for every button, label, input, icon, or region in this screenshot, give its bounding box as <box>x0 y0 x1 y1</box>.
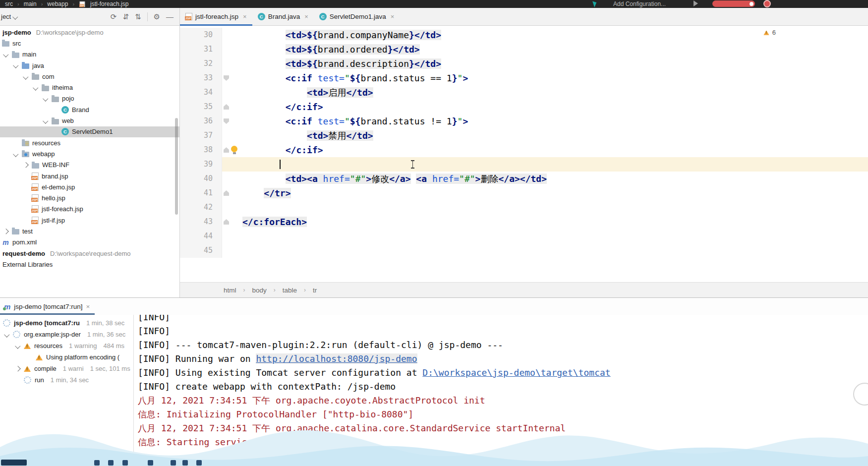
project-scrollbar-thumb[interactable] <box>175 118 178 215</box>
chevron-down-icon[interactable] <box>43 118 48 123</box>
code-line-43[interactable]: 43</c:forEach> <box>180 215 868 229</box>
run-tree-item-org.example-jsp-der[interactable]: org.example:jsp-der1 min, 36 sec <box>0 329 133 340</box>
tree-item-jsp-demo[interactable]: jsp-demoD:\workspace\jsp-demo <box>0 27 179 38</box>
fold-down-icon[interactable] <box>224 75 229 81</box>
tree-item-web-inf[interactable]: WEB-INF <box>0 160 179 171</box>
xml-breadcrumb-item[interactable]: tr <box>313 287 317 294</box>
code-token <box>411 174 416 184</box>
close-icon[interactable]: × <box>86 303 90 310</box>
tree-item-label: brand.jsp <box>42 173 68 180</box>
tree-item-itheima[interactable]: itheima <box>0 82 179 93</box>
run-tree-label: jsp-demo [tomcat7:ru <box>14 319 80 327</box>
tree-item-jstl-if.jsp[interactable]: JSPjstl-if.jsp <box>0 215 179 226</box>
tab-Brand.java[interactable]: CBrand.java× <box>252 8 314 25</box>
close-icon[interactable]: × <box>243 13 247 20</box>
run-play-icon[interactable] <box>694 0 698 6</box>
fold-up-icon[interactable] <box>224 219 229 225</box>
close-icon[interactable]: × <box>391 13 395 20</box>
chevron-right-icon[interactable] <box>3 229 8 234</box>
tree-item-brand.jsp[interactable]: JSPbrand.jsp <box>0 171 179 181</box>
chevron-down-icon[interactable] <box>3 52 8 57</box>
code-line-38[interactable]: 38 </c:if> <box>180 143 868 157</box>
refresh-icon[interactable]: ⟳ <box>111 12 117 21</box>
chevron-down-icon[interactable] <box>23 74 28 79</box>
chevron-right-icon[interactable] <box>23 162 28 168</box>
tree-item-servletdemo1[interactable]: CServletDemo1 <box>0 126 179 137</box>
run-tree-item-jsp-demo-tomcat7-ru[interactable]: jsp-demo [tomcat7:ru1 min, 38 sec <box>0 317 133 329</box>
xml-breadcrumb-item[interactable]: body <box>252 287 267 294</box>
chevron-down-icon[interactable] <box>4 332 9 337</box>
fold-up-icon[interactable] <box>224 104 229 110</box>
code-area[interactable]: 6 30 <td>${brand.companyName}</td>31 <td… <box>180 26 868 282</box>
tree-item-pojo[interactable]: pojo <box>0 93 179 104</box>
tree-item-hello.jsp[interactable]: JSPhello.jsp <box>0 192 179 203</box>
code-line-32[interactable]: 32 <td>${brand.description}</td> <box>180 57 868 71</box>
fold-up-icon[interactable] <box>224 190 229 196</box>
code-line-36[interactable]: 36 <c:if test="${brand.status != 1}"> <box>180 114 868 128</box>
run-tree-item-run[interactable]: run1 min, 34 sec <box>0 374 133 386</box>
expand-all-icon[interactable]: ⇵ <box>122 12 129 21</box>
tree-item-test[interactable]: test <box>0 226 179 236</box>
breadcrumb-item[interactable]: webapp <box>47 0 68 7</box>
tab-ServletDemo1.java[interactable]: CServletDemo1.java× <box>314 8 400 25</box>
chevron-down-icon[interactable] <box>43 96 48 102</box>
breadcrumb-item[interactable]: main <box>24 0 37 7</box>
add-configuration-button[interactable]: Add Configuration... <box>613 0 666 7</box>
code-line-39[interactable]: 39 <box>180 157 868 172</box>
console-link[interactable]: http://localhost:8080/jsp-demo <box>256 353 417 364</box>
breadcrumb-item[interactable]: src <box>5 0 13 7</box>
tree-item-resources[interactable]: resources <box>0 137 179 148</box>
intention-bulb-icon[interactable] <box>231 146 237 152</box>
run-console[interactable]: [INFO][INFO][INFO] --- tomcat7-maven-plu… <box>134 315 868 466</box>
tree-item-src[interactable]: src <box>0 38 179 49</box>
fold-down-icon[interactable] <box>224 118 229 124</box>
code-line-34[interactable]: 34 <td>启用</td> <box>180 85 868 100</box>
xml-breadcrumb-item[interactable]: table <box>283 287 297 294</box>
tree-item-brand[interactable]: CBrand <box>0 104 179 115</box>
toolbar-row: ject ⟳ ⇵ ⇅ ⚙ — JSPjstl-foreach.jsp×CBran… <box>0 8 868 26</box>
gear-icon[interactable]: ⚙ <box>154 12 160 21</box>
code-line-44[interactable]: 44 <box>180 229 868 243</box>
chevron-down-icon[interactable] <box>13 63 18 68</box>
console-link[interactable]: D:\workspace\jsp-demo\target\tomcat <box>422 367 610 378</box>
tree-item-request-demo[interactable]: request-demoD:\workspace\request-demo <box>0 248 179 259</box>
hide-panel-icon[interactable]: — <box>166 12 174 21</box>
code-line-45[interactable]: 45 <box>180 243 868 258</box>
tree-item-el-demo.jsp[interactable]: JSPel-demo.jsp <box>0 181 179 192</box>
tree-item-com[interactable]: com <box>0 71 179 82</box>
tree-item-web[interactable]: web <box>0 115 179 126</box>
collapse-all-icon[interactable]: ⇅ <box>135 12 141 21</box>
code-line-30[interactable]: 30 <td>${brand.companyName}</td> <box>180 28 868 42</box>
tree-item-jstl-foreach.jsp[interactable]: JSPjstl-foreach.jsp <box>0 204 179 215</box>
code-line-41[interactable]: 41 </tr> <box>180 186 868 200</box>
xml-breadcrumb-item[interactable]: html <box>224 287 236 294</box>
code-line-40[interactable]: 40 <td><a href="#">修改</a> <a href="#">删除… <box>180 172 868 186</box>
line-number: 42 <box>180 200 222 215</box>
code-line-42[interactable]: 42 <box>180 200 868 215</box>
chevron-down-icon[interactable] <box>33 85 38 90</box>
run-tree-item-compile[interactable]: compile1 warni1 sec, 101 ms <box>0 363 133 374</box>
close-icon[interactable]: × <box>304 13 308 20</box>
chevron-down-icon[interactable] <box>13 151 18 157</box>
code-line-35[interactable]: 35 </c:if> <box>180 100 868 114</box>
code-token: </td> <box>414 58 441 69</box>
code-line-31[interactable]: 31 <td>${brand.ordered}</td> <box>180 42 868 57</box>
fold-up-icon[interactable] <box>224 147 229 153</box>
code-line-37[interactable]: 37 <td>禁用</td> <box>180 128 868 143</box>
run-tab[interactable]: m jsp-demo [tomcat7:run] × <box>0 298 95 315</box>
run-tree-item-resources[interactable]: resources1 warning484 ms <box>0 340 133 351</box>
tree-item-main[interactable]: main <box>0 49 179 60</box>
tree-item-pom.xml[interactable]: mpom.xml <box>0 237 179 248</box>
run-tree-item-using-platform-encoding-[interactable]: Using platform encoding ( <box>0 351 133 363</box>
tree-item-label: webapp <box>32 150 55 158</box>
chevron-down-icon[interactable] <box>13 14 18 19</box>
project-panel-title[interactable]: ject <box>1 13 11 20</box>
code-line-33[interactable]: 33 <c:if test="${brand.status == 1}"> <box>180 71 868 85</box>
chevron-right-icon[interactable] <box>15 366 20 371</box>
breadcrumb-item[interactable]: jstl-foreach.jsp <box>90 0 128 7</box>
tree-item-java[interactable]: java <box>0 60 179 71</box>
tree-item-external-libraries[interactable]: External Libraries <box>0 259 179 270</box>
tree-item-webapp[interactable]: webapp <box>0 148 179 159</box>
tab-jstl-foreach.jsp[interactable]: JSPjstl-foreach.jsp× <box>180 8 252 25</box>
chevron-down-icon[interactable] <box>15 343 20 349</box>
